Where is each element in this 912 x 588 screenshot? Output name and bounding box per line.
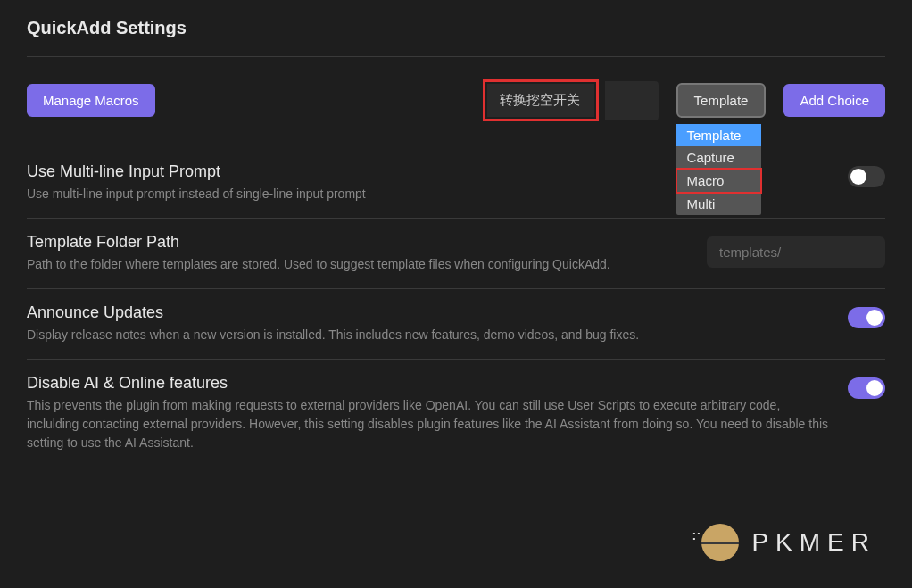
choice-type-dropdown: Template Template Capture Macro Multi <box>676 83 767 118</box>
page-title: QuickAdd Settings <box>27 18 885 52</box>
name-input-extension[interactable] <box>605 81 659 120</box>
multiline-toggle[interactable] <box>848 166 885 187</box>
setting-template-path: Template Folder Path Path to the folder … <box>27 219 885 289</box>
choice-type-menu: Template Capture Macro Multi <box>676 124 761 215</box>
dropdown-option-macro[interactable]: Macro <box>676 168 762 194</box>
choice-type-button[interactable]: Template <box>676 83 767 118</box>
dropdown-option-multi[interactable]: Multi <box>676 193 761 215</box>
pkmer-logo: • •• PKMER <box>701 524 876 561</box>
pkmer-logo-icon: • •• <box>701 524 739 561</box>
template-path-input[interactable] <box>707 236 885 268</box>
toggle-knob <box>866 380 883 396</box>
setting-desc: Path to the folder where templates are s… <box>27 255 689 274</box>
setting-announce: Announce Updates Display release notes w… <box>27 289 885 360</box>
setting-desc: Display release notes when a new version… <box>27 326 830 344</box>
add-choice-button[interactable]: Add Choice <box>783 84 885 117</box>
setting-title: Template Folder Path <box>27 233 689 252</box>
top-action-row: Manage Macros Template Template Capture … <box>27 79 885 121</box>
setting-disable-ai: Disable AI & Online features This preven… <box>27 360 885 467</box>
setting-title: Announce Updates <box>27 303 830 322</box>
disable-ai-toggle[interactable] <box>848 377 885 399</box>
dropdown-option-template[interactable]: Template <box>676 124 761 146</box>
title-divider <box>27 56 885 57</box>
announce-toggle[interactable] <box>848 307 885 328</box>
setting-desc: This prevents the plugin from making req… <box>27 396 830 452</box>
setting-title: Disable AI & Online features <box>27 374 830 393</box>
dropdown-option-capture[interactable]: Capture <box>676 146 761 169</box>
manage-macros-button[interactable]: Manage Macros <box>27 84 155 117</box>
pkmer-logo-text: PKMER <box>751 528 876 557</box>
toggle-knob <box>850 169 866 185</box>
choice-name-input[interactable] <box>487 84 594 117</box>
toggle-knob <box>866 310 883 326</box>
name-input-highlight <box>483 79 599 121</box>
